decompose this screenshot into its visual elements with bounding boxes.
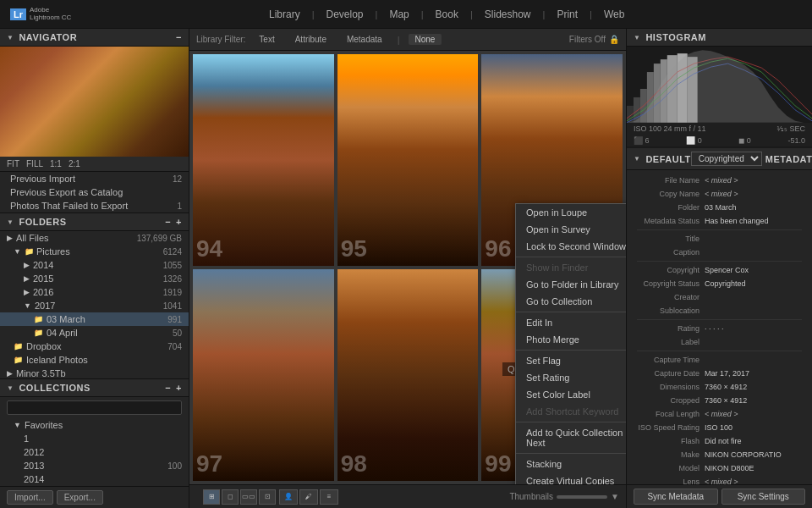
grid-cell-94[interactable]: 94 <box>193 54 334 266</box>
menu-photo-merge[interactable]: Photo Merge▶ <box>516 331 626 348</box>
folders-plus[interactable]: + <box>176 217 182 227</box>
filter-attribute-btn[interactable]: Attribute <box>288 33 333 46</box>
menu-edit-in[interactable]: Edit In▶ <box>516 314 626 331</box>
photo-95 <box>337 54 479 266</box>
menu-go-collection[interactable]: Go to Collection▶ <box>516 293 626 310</box>
collections-minus[interactable]: − <box>165 383 171 393</box>
filter-none[interactable]: None <box>409 34 442 45</box>
collection-2012[interactable]: 2012 <box>0 445 189 459</box>
histogram-icon-3[interactable]: ◼ 0 <box>738 136 751 145</box>
menu-add-quick-collection[interactable]: Add to Quick Collection and Next⇧B <box>516 424 626 451</box>
collection-favorites[interactable]: ▼ Favorites <box>0 418 189 432</box>
collection-2013[interactable]: 2013 100 <box>0 459 189 472</box>
meta-val: NIKON D800E <box>705 464 802 472</box>
navigator-header[interactable]: ▼ Navigator − <box>0 29 189 47</box>
menu-sep <box>516 257 626 257</box>
loupe-view-btn[interactable]: ◻ <box>222 489 239 505</box>
folder-2015[interactable]: ▶ 2015 1326 <box>0 272 189 285</box>
folder-03-march[interactable]: 📁 03 March 991 <box>0 312 189 326</box>
meta-val[interactable]: · · · · · <box>705 324 802 333</box>
lock-icon[interactable]: 🔒 <box>609 35 619 44</box>
nav-book[interactable]: Book <box>424 0 470 29</box>
folders-header[interactable]: ▼ Folders − + <box>0 213 189 231</box>
histogram-header[interactable]: ▼ Histogram <box>627 29 812 47</box>
histogram-section: ISO 100 24 mm f / 11 ¹⁄₁₅ SEC ⬛ 6 ⬜ 0 ◼ … <box>627 47 812 148</box>
folder-2016[interactable]: ▶ 2016 1919 <box>0 285 189 299</box>
menu-go-folder[interactable]: Go to Folder in Library <box>516 276 626 293</box>
zoom-2-1[interactable]: 2:1 <box>69 159 80 168</box>
compare-view-btn[interactable]: ▭▭ <box>240 489 257 505</box>
nav-library[interactable]: Library <box>257 0 312 29</box>
menu-set-rating[interactable]: Set Rating▶ <box>516 369 626 386</box>
collections-triangle: ▼ <box>7 384 14 392</box>
meta-copyright: Copyright Spencer Cox <box>630 263 809 277</box>
zoom-1-1[interactable]: 1:1 <box>50 159 62 168</box>
collections-header[interactable]: ▼ Collections − + <box>0 379 189 397</box>
nav-slideshow[interactable]: Slideshow <box>473 0 543 29</box>
grid-cell-95[interactable]: 95 <box>337 54 479 266</box>
folder-2014[interactable]: ▶ 2014 1055 <box>0 258 189 272</box>
sync-metadata-button[interactable]: Sync Metadata <box>634 489 718 505</box>
collections-search-input[interactable] <box>7 400 182 415</box>
thumbnail-size-slider[interactable] <box>557 495 607 499</box>
nav-develop[interactable]: Develop <box>315 0 376 29</box>
nav-print[interactable]: Print <box>545 0 590 29</box>
metadata-preset-select[interactable]: Copyrighted <box>691 152 762 166</box>
histogram-icon-4[interactable]: -51.0 <box>787 136 805 145</box>
import-button[interactable]: Import... <box>7 490 53 505</box>
meta-val[interactable]: Spencer Cox <box>705 266 802 274</box>
filter-text-btn[interactable]: Text <box>252 33 281 46</box>
folder-2017[interactable]: ▼ 2017 1041 <box>0 299 189 312</box>
metadata-panel-header[interactable]: ▼ Default Copyrighted Metadata ▼ <box>627 148 812 170</box>
folder-pictures[interactable]: ▼ 📁 Pictures 6124 <box>0 245 189 258</box>
folder-minor[interactable]: ▶ Minor 3.5Tb <box>0 367 189 378</box>
source-previous-export[interactable]: Previous Export as Catalog <box>0 185 189 199</box>
source-failed-export[interactable]: Photos That Failed to Export 1 <box>0 199 189 213</box>
collections-plus[interactable]: + <box>176 383 182 393</box>
menu-set-flag[interactable]: Set Flag▶ <box>516 352 626 369</box>
collection-1[interactable]: 1 <box>0 432 189 445</box>
survey-view-btn[interactable]: ⊡ <box>259 489 276 505</box>
folders-minus[interactable]: − <box>165 217 171 227</box>
grid-cell-97[interactable]: 97 <box>193 269 334 481</box>
app-name: AdobeLightroom CC <box>30 7 71 22</box>
menu-open-loupe[interactable]: Open in Loupe <box>516 204 626 221</box>
sync-settings-button[interactable]: Sync Settings <box>721 489 806 505</box>
grid-view-btn[interactable]: ⊞ <box>203 489 220 505</box>
nav-web[interactable]: Web <box>592 0 636 29</box>
menu-create-virtual-copies[interactable]: Create Virtual Copies <box>516 472 626 484</box>
histogram-icon-1[interactable]: ⬛ 6 <box>634 136 650 145</box>
zoom-fill[interactable]: FILL <box>26 159 43 168</box>
folder-iceland[interactable]: 📁 Iceland Photos <box>0 353 189 367</box>
menu-lock-second-window[interactable]: Lock to Second Window⇧⌘↩ <box>516 238 626 255</box>
zoom-fit[interactable]: FIT <box>7 159 19 168</box>
photo-98 <box>337 269 479 481</box>
navigator-fold[interactable]: − <box>176 32 182 42</box>
collection-2014[interactable]: 2014 <box>0 472 189 486</box>
paint-btn[interactable]: 🖌 <box>299 489 318 505</box>
collections-title: Collections <box>19 383 90 393</box>
histogram-icon-2[interactable]: ⬜ 0 <box>686 136 702 145</box>
menu-set-color-label[interactable]: Set Color Label▶ <box>516 386 626 403</box>
folder-count: 1326 <box>163 274 182 284</box>
meta-val[interactable]: < mixed > <box>705 190 802 198</box>
histogram-info: ISO 100 24 mm f / 11 ¹⁄₁₅ SEC <box>627 123 812 135</box>
folder-dropbox[interactable]: 📁 Dropbox 704 <box>0 340 189 353</box>
menu-stacking[interactable]: Stacking▶ <box>516 456 626 472</box>
folder-count: 6124 <box>163 247 182 257</box>
grid-cell-98[interactable]: 98 <box>337 269 479 481</box>
folder-count: 1055 <box>163 261 182 270</box>
source-previous-import[interactable]: Previous Import 12 <box>0 172 189 185</box>
export-button[interactable]: Export... <box>57 490 103 505</box>
meta-val[interactable]: < mixed > <box>705 176 802 185</box>
people-view-btn[interactable]: 👤 <box>279 489 298 505</box>
nav-map[interactable]: Map <box>377 0 420 29</box>
filter-metadata-btn[interactable]: Metadata <box>340 33 389 46</box>
folder-label: 2015 <box>33 273 53 284</box>
folder-all-files[interactable]: ▶ All Files 137,699 GB <box>0 231 189 245</box>
photo-94 <box>193 54 334 266</box>
filter-btn-bottom[interactable]: ≡ <box>320 489 338 505</box>
menu-open-survey[interactable]: Open in Survey <box>516 221 626 238</box>
folder-04-april[interactable]: 📁 04 April 50 <box>0 326 189 340</box>
meta-creator: Creator <box>630 290 809 304</box>
